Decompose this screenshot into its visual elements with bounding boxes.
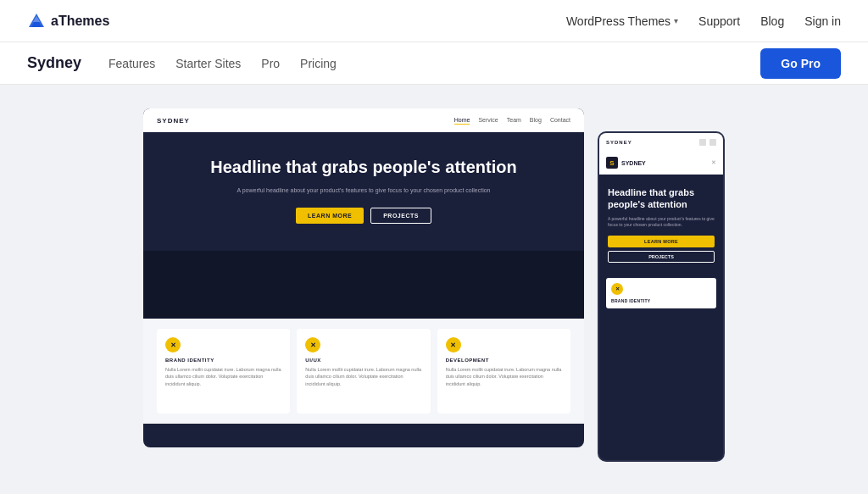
brand-name: aThemes (51, 14, 109, 29)
card-text-0: Nulla Lorem mollit cupidatat irure. Labo… (165, 366, 281, 387)
desktop-mockup: SYDNEY Home Service Team Blog Contact He… (143, 108, 584, 447)
mobile-card-icon: ✕ (611, 283, 623, 295)
mockup-nav-service: Service (478, 117, 498, 125)
mockup-nav-contact: Contact (550, 117, 570, 125)
wordpress-themes-link[interactable]: WordPress Themes ▾ (566, 14, 678, 28)
close-icon: ✕ (711, 159, 716, 166)
mockup-nav-home: Home (454, 117, 470, 125)
card-icon-0: ✕ (165, 337, 181, 352)
card-title-0: BRAND IDENTITY (165, 358, 281, 363)
mobile-hero-buttons: LEARN MORE PROJECTS (608, 236, 715, 263)
pricing-link[interactable]: Pricing (300, 57, 337, 70)
blog-link[interactable]: Blog (760, 14, 784, 28)
sub-nav-links: Features Starter Sites Pro Pricing (108, 57, 337, 70)
mobile-projects-button[interactable]: PROJECTS (608, 251, 715, 263)
athemes-logo[interactable]: aThemes (27, 12, 109, 31)
sydney-brand: Sydney (27, 54, 81, 72)
mockup-nav: SYDNEY Home Service Team Blog Contact (143, 108, 584, 132)
hero-buttons: LEARN MORE PROJECTS (177, 208, 550, 224)
hero-overlay (143, 251, 584, 319)
card-text-1: Nulla Lorem mollit cupidatat irure. Labo… (305, 366, 421, 387)
mockup-hero-heading: Headline that grabs people's attention (177, 156, 550, 178)
support-link[interactable]: Support (698, 14, 740, 28)
chevron-down-icon: ▾ (674, 16, 678, 25)
card-icon-2: ✕ (446, 337, 461, 352)
mobile-hero: Headline that grabs people's attention A… (599, 175, 723, 271)
card-uiux: ✕ UI/UX Nulla Lorem mollit cupidatat iru… (297, 329, 430, 414)
sub-nav-left: Sydney Features Starter Sites Pro Pricin… (27, 54, 337, 72)
athemes-logo-icon (27, 12, 46, 31)
sydney-s-icon: S (606, 157, 618, 169)
projects-button[interactable]: PROJECTS (370, 208, 431, 224)
mockup-nav-team: Team (507, 117, 521, 125)
mockup-hero-subtext: A powerful headline about your product's… (177, 186, 550, 196)
card-title-1: UI/UX (305, 358, 421, 363)
search-icon (699, 139, 706, 146)
mobile-learn-more-button[interactable]: LEARN MORE (608, 236, 715, 247)
main-content: SYDNEY Home Service Team Blog Contact He… (0, 85, 868, 494)
mobile-sydney-logo-bar: S SYDNEY ✕ (599, 152, 723, 175)
mobile-hero-subtext: A powerful headline about your product's… (608, 216, 715, 229)
mockup-cards: ✕ BRAND IDENTITY Nulla Lorem mollit cupi… (143, 319, 584, 424)
mobile-sydney-label: SYDNEY (621, 160, 646, 166)
card-title-2: DEVELOPMENT (446, 358, 562, 363)
mockup-nav-links: Home Service Team Blog Contact (454, 117, 570, 125)
card-text-2: Nulla Lorem mollit cupidatat irure. Labo… (446, 366, 562, 387)
mobile-card-title: BRAND IDENTITY (611, 298, 711, 303)
learn-more-button[interactable]: LEARN MORE (296, 208, 364, 224)
mockup-brand: SYDNEY (157, 117, 190, 125)
pro-link[interactable]: Pro (261, 57, 280, 70)
mobile-nav-icons (699, 139, 716, 146)
features-link[interactable]: Features (108, 57, 155, 70)
go-pro-button[interactable]: Go Pro (760, 48, 841, 79)
mobile-nav: SYDNEY (599, 133, 723, 152)
sub-nav: Sydney Features Starter Sites Pro Pricin… (0, 42, 868, 85)
card-development: ✕ DEVELOPMENT Nulla Lorem mollit cupidat… (437, 329, 570, 414)
mockup-nav-blog: Blog (530, 117, 542, 125)
menu-icon (709, 139, 716, 146)
card-icon-1: ✕ (305, 337, 320, 352)
starter-sites-link[interactable]: Starter Sites (175, 57, 241, 70)
mobile-card: ✕ BRAND IDENTITY (606, 278, 716, 308)
mobile-hero-heading: Headline that grabs people's attention (608, 186, 715, 211)
mobile-mockup: SYDNEY S SYDNEY ✕ Headline that grabs pe… (598, 131, 725, 462)
mobile-nav-brand: SYDNEY (606, 140, 632, 145)
top-nav: aThemes WordPress Themes ▾ Support Blog … (0, 0, 868, 42)
card-brand-identity: ✕ BRAND IDENTITY Nulla Lorem mollit cupi… (157, 329, 290, 414)
mockup-hero: Headline that grabs people's attention A… (143, 132, 584, 319)
top-nav-links: WordPress Themes ▾ Support Blog Sign in (566, 14, 841, 28)
signin-link[interactable]: Sign in (804, 14, 841, 28)
